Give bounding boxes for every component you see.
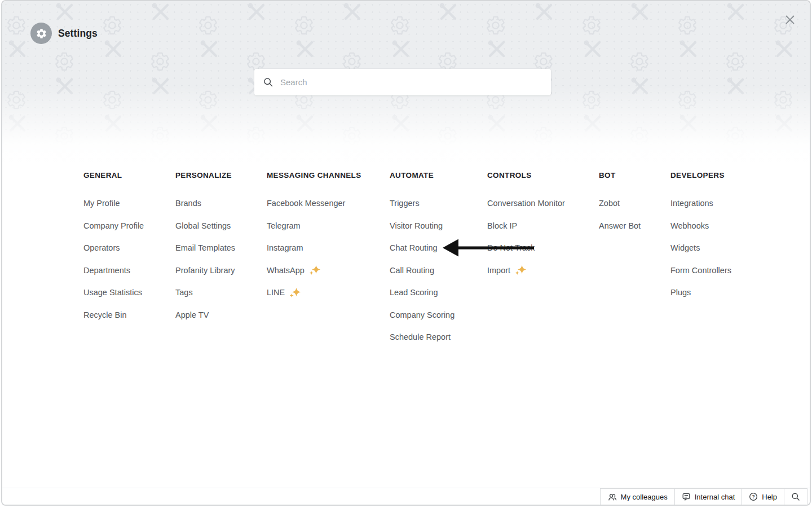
settings-item-label: Block IP: [487, 220, 517, 231]
settings-item-visitor-routing[interactable]: Visitor Routing: [390, 220, 487, 231]
settings-item-label: Form Controllers: [670, 265, 731, 276]
settings-item-schedule-report[interactable]: Schedule Report: [390, 331, 487, 343]
settings-item-tags[interactable]: Tags: [175, 287, 267, 298]
settings-item-label: Triggers: [390, 198, 420, 209]
settings-item-block-ip[interactable]: Block IP: [487, 220, 599, 231]
header-bar: Settings: [30, 23, 98, 44]
settings-item-integrations[interactable]: Integrations: [670, 198, 755, 209]
settings-item-whatsapp[interactable]: WhatsApp: [267, 265, 390, 276]
settings-item-my-profile[interactable]: My Profile: [83, 198, 175, 209]
settings-item-label: Visitor Routing: [390, 220, 443, 231]
settings-item-answer-bot[interactable]: Answer Bot: [599, 220, 670, 231]
settings-item-label: Lead Scoring: [390, 287, 438, 298]
new-feature-sparkle-icon: [515, 265, 527, 275]
colleagues-icon: [607, 492, 617, 501]
new-feature-sparkle-icon: [309, 265, 321, 275]
settings-item-company-profile[interactable]: Company Profile: [83, 220, 175, 231]
footer-button-label: Internal chat: [695, 493, 735, 501]
settings-item-label: Tags: [175, 287, 193, 298]
settings-item-label: Facebook Messenger: [267, 198, 345, 209]
search-input[interactable]: [279, 77, 542, 87]
settings-item-recycle-bin[interactable]: Recycle Bin: [83, 309, 175, 321]
settings-item-label: Recycle Bin: [83, 309, 127, 321]
settings-item-zobot[interactable]: Zobot: [599, 198, 670, 209]
settings-item-label: My Profile: [83, 198, 120, 209]
settings-item-triggers[interactable]: Triggers: [390, 198, 487, 209]
footer-bar: My colleaguesInternal chat?Help: [2, 488, 810, 505]
footer-button-label: Help: [762, 493, 777, 501]
settings-column-general: GENERALMy ProfileCompany ProfileOperator…: [83, 170, 175, 354]
close-icon[interactable]: [784, 14, 796, 27]
settings-column-developers: DEVELOPERSIntegrationsWebhooksWidgetsFor…: [670, 170, 755, 354]
settings-item-label: Import: [487, 265, 510, 276]
settings-item-label: Zobot: [599, 198, 620, 209]
settings-item-profanity-library[interactable]: Profanity Library: [175, 265, 267, 276]
settings-item-label: Call Routing: [390, 265, 434, 276]
svg-text:?: ?: [752, 494, 755, 500]
new-feature-sparkle-icon: [289, 287, 301, 298]
search-icon: [791, 492, 800, 501]
header-banner: Settings: [2, 1, 810, 165]
settings-item-brands[interactable]: Brands: [175, 198, 267, 209]
settings-item-usage-statistics[interactable]: Usage Statistics: [83, 287, 175, 298]
settings-column-bot: BOTZobotAnswer Bot: [599, 170, 670, 354]
settings-item-apple-tv[interactable]: Apple TV: [175, 309, 267, 321]
settings-gear-avatar: [30, 23, 52, 44]
settings-item-instagram[interactable]: Instagram: [267, 242, 390, 253]
column-title: DEVELOPERS: [670, 170, 755, 181]
settings-item-label: Plugs: [670, 287, 691, 298]
settings-item-company-scoring[interactable]: Company Scoring: [390, 309, 487, 321]
settings-item-do-not-track[interactable]: Do Not Track: [487, 242, 599, 253]
settings-column-messaging-channels: MESSAGING CHANNELSFacebook MessengerTele…: [267, 170, 390, 354]
search-box: [254, 69, 551, 95]
settings-item-facebook-messenger[interactable]: Facebook Messenger: [267, 198, 390, 209]
settings-page: Settings GENERALMy ProfileCompany Profil…: [1, 0, 811, 506]
settings-item-label: Apple TV: [175, 309, 209, 321]
chat-icon: [682, 492, 691, 501]
column-title: MESSAGING CHANNELS: [267, 170, 390, 181]
settings-item-label: Profanity Library: [175, 265, 235, 276]
settings-item-label: Brands: [175, 198, 201, 209]
settings-item-widgets[interactable]: Widgets: [670, 242, 755, 253]
settings-item-operators[interactable]: Operators: [83, 242, 175, 253]
settings-item-line[interactable]: LINE: [267, 287, 390, 298]
settings-item-chat-routing[interactable]: Chat Routing: [390, 242, 487, 253]
settings-item-webhooks[interactable]: Webhooks: [670, 220, 755, 231]
settings-item-label: Company Profile: [83, 220, 144, 231]
my-colleagues-button[interactable]: My colleagues: [600, 488, 675, 505]
page-title: Settings: [58, 28, 98, 40]
settings-item-label: Chat Routing: [390, 242, 438, 253]
settings-item-import[interactable]: Import: [487, 265, 599, 276]
settings-item-email-templates[interactable]: Email Templates: [175, 242, 267, 253]
column-title: CONTROLS: [487, 170, 599, 181]
settings-item-label: Do Not Track: [487, 242, 535, 253]
settings-item-label: Widgets: [670, 242, 700, 253]
settings-item-lead-scoring[interactable]: Lead Scoring: [390, 287, 487, 298]
settings-item-global-settings[interactable]: Global Settings: [175, 220, 267, 231]
settings-item-departments[interactable]: Departments: [83, 265, 175, 276]
settings-item-label: Webhooks: [670, 220, 709, 231]
settings-item-label: Global Settings: [175, 220, 231, 231]
settings-item-call-routing[interactable]: Call Routing: [390, 265, 487, 276]
settings-item-label: Schedule Report: [390, 331, 451, 343]
help-button[interactable]: ?Help: [742, 488, 784, 505]
help-icon: ?: [749, 492, 758, 501]
settings-item-label: Conversation Monitor: [487, 198, 565, 209]
search-icon: [263, 77, 273, 87]
settings-item-label: WhatsApp: [267, 265, 304, 276]
internal-chat-button[interactable]: Internal chat: [674, 488, 743, 505]
settings-item-label: Telegram: [267, 220, 301, 231]
settings-item-label: Instagram: [267, 242, 303, 253]
settings-item-label: Answer Bot: [599, 220, 641, 231]
column-title: AUTOMATE: [390, 170, 487, 181]
gear-icon: [36, 28, 47, 40]
settings-item-telegram[interactable]: Telegram: [267, 220, 390, 231]
settings-item-plugs[interactable]: Plugs: [670, 287, 755, 298]
settings-item-conversation-monitor[interactable]: Conversation Monitor: [487, 198, 599, 209]
column-title: BOT: [599, 170, 670, 181]
settings-item-form-controllers[interactable]: Form Controllers: [670, 265, 755, 276]
search-button[interactable]: [784, 488, 807, 505]
footer-button-group: My colleaguesInternal chat?Help: [601, 488, 807, 505]
settings-item-label: Company Scoring: [390, 309, 454, 321]
settings-item-label: Integrations: [670, 198, 713, 209]
